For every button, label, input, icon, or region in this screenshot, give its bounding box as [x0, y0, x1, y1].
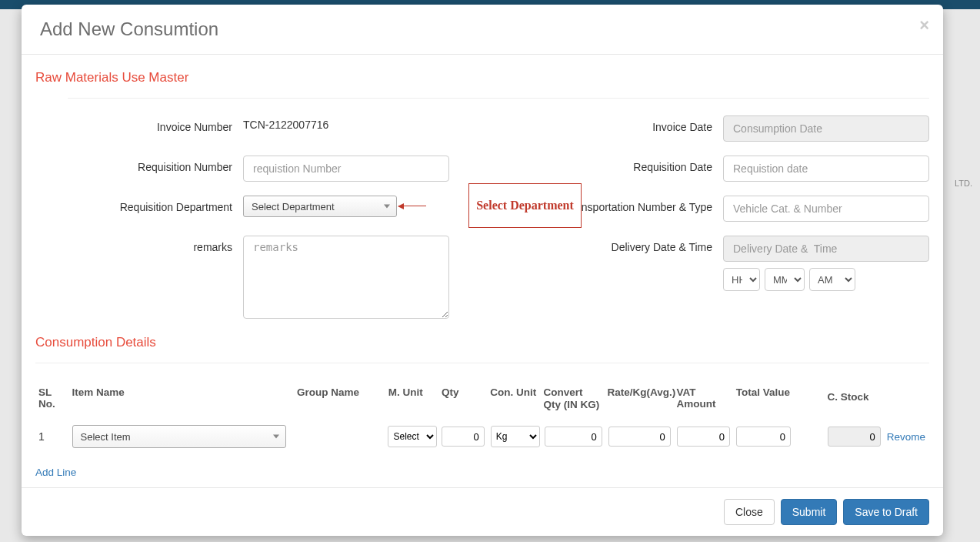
label-requisition-number: Requisition Number: [35, 156, 243, 173]
requisition-date-input[interactable]: [723, 156, 929, 182]
section-title-master: Raw Materials Use Master: [35, 70, 929, 85]
cell-group: [294, 433, 385, 440]
requisition-department-value: Select Department: [252, 201, 335, 212]
total-value-input[interactable]: [736, 427, 791, 447]
add-consumption-modal: Add New Consumtion × Raw Materials Use M…: [22, 5, 943, 536]
rate-input[interactable]: [608, 427, 671, 447]
th-item: Item Name: [69, 383, 295, 401]
requisition-department-select[interactable]: Select Department: [243, 196, 397, 217]
delivery-minute-select[interactable]: MM: [765, 268, 805, 291]
th-qty: Qty: [438, 383, 487, 401]
th-action: [884, 383, 929, 390]
item-name-select[interactable]: Select Item: [72, 425, 286, 448]
munit-select[interactable]: Select U: [388, 426, 437, 447]
cstock-input: [828, 427, 881, 447]
submit-button[interactable]: Submit: [781, 499, 838, 525]
remove-row-link[interactable]: Revome: [887, 431, 925, 443]
requisition-number-input[interactable]: [243, 156, 449, 182]
cunit-select[interactable]: Kg: [491, 426, 540, 447]
th-rate: Rate/Kg(Avg.): [605, 383, 674, 401]
row-delivery: Delivery Date & Time HH MM AM: [482, 236, 929, 291]
convert-qty-input[interactable]: [545, 427, 602, 447]
delivery-ampm-select[interactable]: AM: [809, 268, 855, 291]
modal-title: Add New Consumtion: [40, 18, 925, 40]
chevron-down-icon: [273, 435, 279, 439]
th-gap: [794, 383, 825, 390]
row-requisition-department: Requisition Department Select Department: [35, 196, 482, 222]
close-button[interactable]: Close: [724, 499, 775, 525]
remarks-textarea[interactable]: [243, 236, 449, 319]
form-right-column: Select Department Invoice Date Requisiti…: [482, 115, 929, 335]
modal-footer: Close Submit Save to Draft: [22, 487, 943, 536]
consumption-details-section: Consumption Details SL No. Item Name Gro…: [35, 335, 929, 486]
delivery-time-selects: HH MM AM: [723, 268, 929, 291]
th-slno: SL No.: [35, 383, 69, 413]
form-left-column: Invoice Number TCN-2122007716 Requisitio…: [35, 115, 482, 335]
vat-input[interactable]: [677, 427, 730, 447]
section-rule-details: [35, 363, 929, 363]
label-remarks: remarks: [35, 236, 243, 253]
table-row: 1 Select Item Select U: [35, 417, 929, 456]
section-title-details: Consumption Details: [35, 335, 929, 350]
modal-body: Raw Materials Use Master Invoice Number …: [22, 55, 943, 487]
th-cunit: Con. Unit: [487, 383, 540, 401]
value-invoice-number: TCN-2122007716: [243, 115, 482, 131]
row-invoice-number: Invoice Number TCN-2122007716: [35, 115, 482, 142]
th-munit: M. Unit: [385, 383, 438, 401]
details-table: SL No. Item Name Group Name M. Unit Qty …: [35, 380, 929, 486]
row-requisition-number: Requisition Number: [35, 156, 482, 182]
cell-slno: 1: [35, 427, 69, 446]
delivery-date-input[interactable]: [723, 236, 929, 262]
th-cstock: C. Stock: [824, 383, 883, 406]
label-requisition-department: Requisition Department: [35, 196, 243, 213]
th-cqty: Convert Qty (IN KG): [541, 383, 605, 414]
row-remarks: remarks: [35, 236, 482, 321]
modal-header: Add New Consumtion ×: [22, 5, 943, 55]
section-rule: [68, 98, 929, 99]
qty-input[interactable]: [442, 427, 484, 447]
th-group: Group Name: [294, 383, 385, 401]
transportation-input[interactable]: [723, 196, 929, 222]
th-tval: Total Value: [733, 383, 794, 401]
label-delivery: Delivery Date & Time: [482, 236, 723, 253]
row-invoice-date: Invoice Date: [482, 115, 929, 142]
chevron-down-icon: [384, 205, 390, 209]
cell-gap: [794, 433, 825, 440]
row-requisition-date: Requisition Date: [482, 156, 929, 182]
add-line-link[interactable]: Add Line: [35, 467, 76, 478]
background-company-text: LTD.: [955, 179, 972, 188]
close-icon[interactable]: ×: [919, 15, 929, 35]
master-form: Invoice Number TCN-2122007716 Requisitio…: [35, 115, 929, 335]
annotation-callout: Select Department: [468, 183, 582, 228]
save-draft-button[interactable]: Save to Draft: [843, 499, 929, 525]
label-invoice-number: Invoice Number: [35, 115, 243, 133]
table-header-row: SL No. Item Name Group Name M. Unit Qty …: [35, 380, 929, 417]
annotation-text: Select Department: [476, 198, 574, 212]
invoice-date-input[interactable]: [723, 115, 929, 142]
annotation-arrow: [398, 206, 426, 206]
item-name-value: Select Item: [81, 431, 131, 443]
label-requisition-date: Requisition Date: [482, 156, 723, 173]
label-invoice-date: Invoice Date: [482, 115, 723, 133]
delivery-hour-select[interactable]: HH: [723, 268, 760, 291]
th-vat: VAT Amount: [674, 383, 733, 413]
